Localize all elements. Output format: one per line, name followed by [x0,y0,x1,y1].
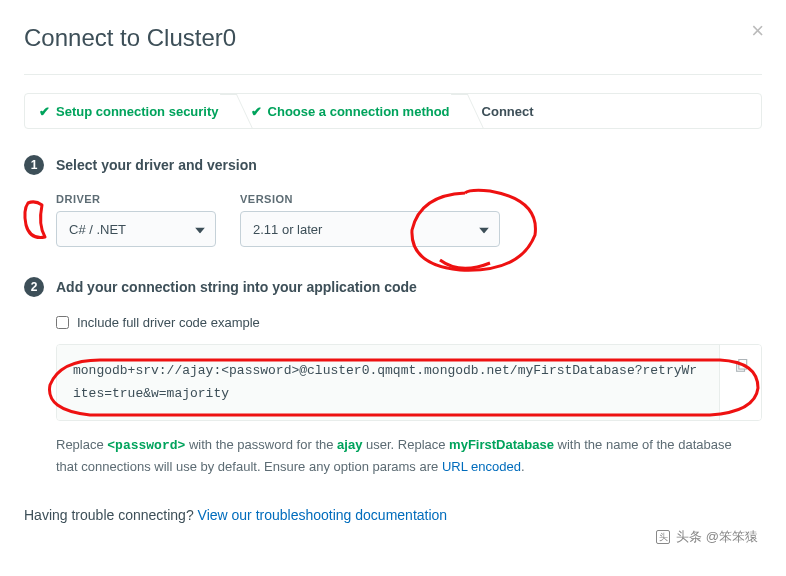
driver-value: C# / .NET [69,222,126,237]
chevron-down-icon [195,222,205,237]
connect-modal: × Connect to Cluster0 ✔ Setup connection… [0,0,786,547]
breadcrumb-step-method[interactable]: ✔ Choose a connection method [237,94,468,128]
step-1-header: 1 Select your driver and version [24,155,762,175]
step-title: Add your connection string into your app… [56,279,417,295]
step-number-badge: 1 [24,155,44,175]
check-icon: ✔ [251,104,262,119]
step-number-badge: 2 [24,277,44,297]
db-name: myFirstDatabase [449,437,554,452]
version-select[interactable]: 2.11 or later [240,211,500,247]
breadcrumb-label: Choose a connection method [268,104,450,119]
password-placeholder: <password> [107,438,185,453]
include-driver-code-row: Include full driver code example [56,315,762,330]
driver-version-fields: DRIVER C# / .NET VERSION 2.11 or later [56,193,762,247]
trouble-row: Having trouble connecting? View our trou… [24,507,762,523]
svg-rect-1 [738,359,746,369]
version-label: VERSION [240,193,500,205]
watermark: 头 头条 @笨笨猿 [656,528,758,546]
step-title: Select your driver and version [56,157,257,173]
trouble-label: Having trouble connecting? [24,507,198,523]
version-value: 2.11 or later [253,222,322,237]
step-2-header: 2 Add your connection string into your a… [24,277,762,297]
driver-field: DRIVER C# / .NET [56,193,216,247]
watermark-text: 头条 @笨笨猿 [676,528,758,546]
breadcrumb: ✔ Setup connection security ✔ Choose a c… [24,93,762,129]
modal-title: Connect to Cluster0 [24,24,762,52]
include-driver-code-checkbox[interactable] [56,316,69,329]
breadcrumb-label: Setup connection security [56,104,219,119]
divider [24,74,762,75]
connection-string-container: mongodb+srv://ajay:<password>@cluster0.q… [56,344,762,421]
close-icon[interactable]: × [751,18,764,44]
connection-string[interactable]: mongodb+srv://ajay:<password>@cluster0.q… [57,345,719,420]
chevron-down-icon [479,222,489,237]
copy-icon [734,359,748,373]
troubleshooting-link[interactable]: View our troubleshooting documentation [198,507,448,523]
include-driver-code-label: Include full driver code example [77,315,260,330]
db-user: ajay [337,437,362,452]
copy-button[interactable] [719,345,761,420]
version-field: VERSION 2.11 or later [240,193,500,247]
driver-select[interactable]: C# / .NET [56,211,216,247]
check-icon: ✔ [39,104,50,119]
breadcrumb-step-security[interactable]: ✔ Setup connection security [25,94,237,128]
watermark-logo-icon: 头 [656,530,670,544]
driver-label: DRIVER [56,193,216,205]
url-encoded-link[interactable]: URL encoded [442,459,521,474]
breadcrumb-label: Connect [482,104,534,119]
helper-text: Replace <password> with the password for… [56,435,756,478]
